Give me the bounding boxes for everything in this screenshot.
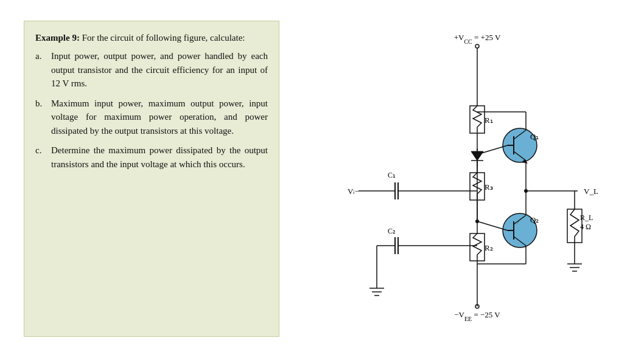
list-item-c: c. Determine the maximum power dissipate…: [35, 143, 268, 171]
circuit-svg: +VCC = +25 V R₁: [298, 27, 614, 343]
vi-label: Vᵢ−: [348, 187, 359, 196]
content-b: Maximum input power, maximum output powe…: [51, 97, 268, 138]
svg-marker-60: [471, 151, 483, 161]
r2-label: R₂: [485, 243, 493, 252]
vcc-label: +VCC = +25 V: [454, 33, 501, 45]
q2-label: Q₂: [530, 215, 539, 224]
vl-label: V_L: [584, 187, 598, 196]
circuit-diagram: +VCC = +25 V R₁: [292, 21, 620, 343]
vee-label: −VEE = −25 V: [454, 310, 500, 322]
example-title: Example 9: For the circuit of following …: [35, 31, 268, 45]
content-c: Determine the maximum power dissipated b…: [51, 143, 268, 171]
label-b: b.: [35, 97, 47, 138]
problem-list: a. Input power, output power, and power …: [35, 49, 268, 171]
text-box: Example 9: For the circuit of following …: [24, 21, 279, 337]
title-bold: Example 9:: [35, 33, 80, 43]
main-container: Example 9: For the circuit of following …: [12, 9, 632, 355]
title-rest: For the circuit of following figure, cal…: [80, 33, 245, 43]
c2-label: C₂: [388, 227, 396, 235]
c1-label: C₁: [388, 171, 396, 179]
r3-label: R₃: [485, 182, 493, 192]
content-a: Input power, output power, and power han…: [51, 49, 268, 91]
rl-value: 4 Ω: [580, 223, 591, 231]
label-a: a.: [35, 49, 47, 91]
rl-label: R_L: [580, 213, 593, 222]
r1-label: R₁: [485, 116, 493, 125]
list-item-b: b. Maximum input power, maximum output p…: [35, 97, 268, 138]
label-c: c.: [35, 143, 47, 171]
list-item-a: a. Input power, output power, and power …: [35, 49, 268, 91]
q1-label: Q₁: [530, 132, 539, 141]
svg-point-0: [475, 44, 479, 48]
